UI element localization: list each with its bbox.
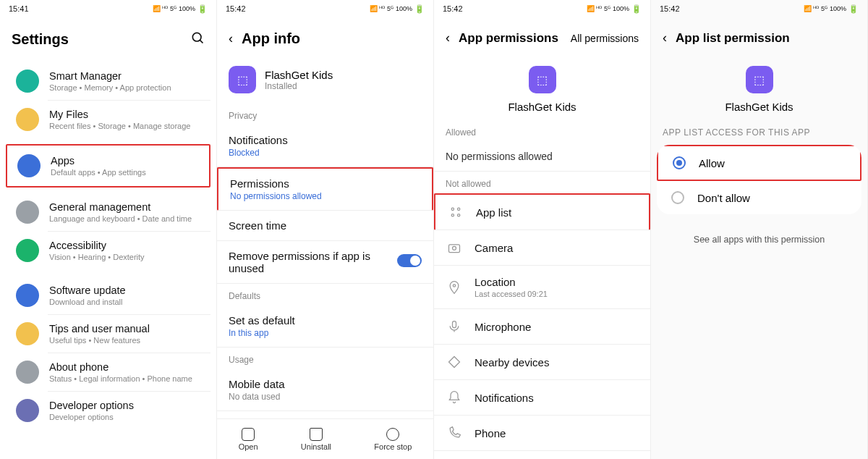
back-icon[interactable]: ‹ [229,31,233,46]
permission-row[interactable]: Notifications [434,380,650,416]
app-name: FlashGet Kids [265,69,333,81]
settings-row[interactable]: Developer optionsDeveloper options [6,392,210,429]
app-name: FlashGet Kids [508,101,576,113]
svg-rect-6 [449,245,460,253]
permission-row[interactable]: App list [434,193,650,230]
search-icon[interactable] [190,30,205,48]
permission-row[interactable]: Phone [434,416,650,451]
category-icon [16,399,39,422]
page-title: App list permission [676,31,790,46]
page-title: App info [242,30,300,47]
privacy-row[interactable]: NotificationsBlocked [217,125,433,167]
category-icon [16,284,39,307]
back-icon[interactable]: ‹ [446,30,450,46]
settings-row[interactable]: About phoneStatus • Legal information • … [6,353,210,391]
all-permissions-link[interactable]: All permissions [571,33,639,44]
see-all-apps-link[interactable]: See all apps with this permission [651,217,867,262]
status-bar: 15:42 📶 ᴴᴰ 5ᴳ100%🔋 [651,0,867,17]
app-icon: ⬚ [229,66,256,93]
privacy-row[interactable]: Screen time [217,211,433,241]
settings-row[interactable]: Software updateDownload and install [6,277,210,314]
settings-row[interactable]: My FilesRecent files • Storage • Manage … [6,101,210,138]
grid-icon [448,205,463,219]
permission-row[interactable]: Camera [434,230,650,266]
permission-row[interactable]: Microphone [434,309,650,345]
radio-icon[interactable] [671,191,684,204]
usage-row[interactable]: Mobile dataNo data used [217,369,433,411]
app-name: FlashGet Kids [725,101,793,113]
nearby-icon [447,355,461,369]
bell-icon [447,390,461,405]
page-title: App permissions [459,31,558,46]
back-icon[interactable]: ‹ [663,30,667,46]
settings-row[interactable]: AccessibilityVision • Hearing • Dexterit… [6,232,210,269]
privacy-row[interactable]: PermissionsNo permissions allowed [217,167,433,211]
svg-point-0 [192,33,201,41]
category-icon [17,154,41,177]
category-icon [16,322,39,345]
mic-icon [447,319,461,334]
page-title: Settings [12,31,69,48]
category-icon [16,201,39,224]
status-bar: 15:41 📶 ᴴᴰ 5ᴳ100%🔋 [0,0,216,17]
status-bar: 15:42 📶 ᴴᴰ 5ᴳ100%🔋 [434,0,650,17]
page-header: Settings [0,17,216,56]
svg-point-4 [451,214,454,216]
status-bar: 15:42 📶 ᴴᴰ 5ᴳ100%🔋 [217,0,433,17]
open-button[interactable]: Open [239,428,258,451]
app-icon: ⬚ [529,66,556,93]
category-icon [16,70,39,93]
permission-row[interactable]: LocationLast accessed 09:21 [434,266,650,309]
svg-point-5 [458,214,460,216]
force-stop-button[interactable]: Force stop [374,428,412,451]
clock: 15:42 [443,4,463,13]
svg-point-8 [453,284,455,286]
phone-icon [447,426,461,440]
settings-row[interactable]: Tips and user manualUseful tips • New fe… [6,315,210,353]
category-icon [16,108,39,131]
toggle-switch[interactable] [397,254,422,267]
no-permissions-text: No permissions allowed [434,142,650,172]
svg-line-1 [200,40,203,43]
svg-point-3 [458,208,460,210]
settings-row[interactable]: AppsDefault apps • App settings [7,147,209,185]
radio-icon[interactable] [673,156,686,169]
radio-option[interactable]: Don't allow [657,181,861,214]
svg-rect-9 [453,321,456,328]
app-icon: ⬚ [746,66,773,93]
pin-icon [447,280,461,295]
clock: 15:42 [226,4,246,13]
privacy-row[interactable]: Remove permissions if app is unused [217,241,433,284]
set-as-default-row[interactable]: Set as default In this app [217,306,433,348]
clock: 15:42 [660,4,680,13]
settings-row[interactable]: General managementLanguage and keyboard … [6,193,210,231]
svg-point-2 [451,208,454,210]
clock: 15:41 [9,4,29,13]
settings-row[interactable]: Smart ManagerStorage • Memory • App prot… [6,62,210,100]
radio-option[interactable]: Allow [657,145,861,181]
permission-row[interactable]: Nearby devices [434,345,650,380]
category-icon [16,239,39,262]
camera-icon [447,240,461,255]
category-icon [16,361,39,384]
bottom-bar: Open Uninstall Force stop [217,418,433,459]
svg-point-7 [453,246,456,250]
uninstall-button[interactable]: Uninstall [301,428,331,451]
